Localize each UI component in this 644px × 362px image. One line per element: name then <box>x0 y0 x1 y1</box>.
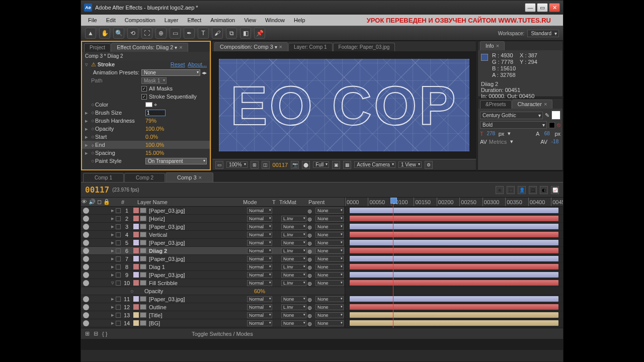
layer-row[interactable]: ▿10Fill ScribbleNormalL.Inv⊚None <box>81 279 345 287</box>
zoom-select[interactable]: 100% <box>226 161 248 168</box>
shy-icon[interactable]: 👤 <box>518 186 526 194</box>
layer-duration-bar[interactable] <box>345 295 563 303</box>
layer-row[interactable]: ▸14[BG]NormalNone⊚None <box>81 319 345 327</box>
paint-style-select[interactable]: On Transparent <box>145 158 207 164</box>
layer-row[interactable]: ▸6Diiag 2NormalL.Inv⊚None <box>81 247 345 255</box>
close-tab-icon[interactable]: × <box>179 44 182 50</box>
roi-icon[interactable]: ▣ <box>332 161 340 169</box>
spacing-value[interactable]: 15.00% <box>145 150 164 156</box>
maximize-button[interactable]: ▭ <box>537 3 548 12</box>
no-color-icon[interactable]: ⦸ <box>557 122 560 128</box>
color-swatch[interactable] <box>145 102 152 107</box>
layer-row[interactable]: ▸3[Paper_03.jpg]NormalNone⊚None <box>81 223 345 231</box>
mode-select[interactable]: Normal <box>247 256 272 262</box>
camera-tool-icon[interactable]: ⛶ <box>141 28 152 39</box>
layer-row[interactable]: ▸4VerticalNormalL.Inv⊚None <box>81 231 345 239</box>
pickwhip-icon[interactable]: ⊚ <box>307 248 314 253</box>
toggle-switches-button[interactable]: Toggle Switches / Modes <box>111 331 333 337</box>
layer-duration-bar[interactable] <box>345 319 563 327</box>
visibility-toggle-icon[interactable] <box>83 232 89 238</box>
layer-row[interactable]: ▸5[Paper_03.jpg]NormalNone⊚None <box>81 239 345 247</box>
tab-comp1[interactable]: Comp 1 <box>83 173 124 182</box>
mode-select[interactable]: Normal <box>247 320 272 326</box>
layer-duration-bar[interactable] <box>345 207 563 215</box>
presets-tab[interactable]: &Presets <box>480 100 512 109</box>
pickwhip-icon[interactable]: ⊚ <box>307 281 314 286</box>
layer-row[interactable]: ▸11[Paper_03.jpg]NormalNone⊚None <box>81 295 345 303</box>
layer-duration-bar[interactable] <box>345 231 563 239</box>
frameblend-icon[interactable]: ◫ <box>529 186 537 194</box>
leading-value[interactable]: 68 <box>541 131 552 136</box>
layer-row[interactable]: ▸9[Paper_03.jpg]NormalNone⊚None <box>81 271 345 279</box>
tab-comp3[interactable]: Comp 3× <box>166 172 213 182</box>
menu-animation[interactable]: Animation <box>206 16 239 24</box>
anim-preset-select[interactable]: None <box>141 69 200 76</box>
zoom-tool-icon[interactable]: 🔍 <box>113 28 124 39</box>
layer-row[interactable]: ▸2[Horiz]NormalL.Inv⊚None <box>81 215 345 223</box>
visibility-toggle-icon[interactable] <box>83 304 89 310</box>
layer-row[interactable]: ▸1[Paper_03.jpg]Normal⊚None <box>81 207 345 215</box>
menu-help[interactable]: Help <box>290 16 309 24</box>
pickwhip-icon[interactable]: ⊚ <box>307 313 314 318</box>
trkmat-select[interactable]: L.Inv <box>281 264 306 270</box>
pickwhip-icon[interactable]: ⊚ <box>307 305 314 310</box>
trkmat-select[interactable]: L.Inv <box>281 304 306 310</box>
viewer-canvas[interactable]: EO COP <box>212 51 476 159</box>
layer-duration-bar[interactable] <box>345 311 563 319</box>
current-time[interactable]: 00117 <box>273 162 288 168</box>
tracking-value[interactable]: -18 <box>549 139 560 144</box>
reset-link[interactable]: Reset <box>171 61 185 67</box>
visibility-toggle-icon[interactable] <box>83 248 89 254</box>
pickwhip-icon[interactable]: ⊚ <box>307 224 314 229</box>
character-tab[interactable]: Character× <box>512 100 553 109</box>
mode-select[interactable]: Normal <box>247 280 272 286</box>
mode-select[interactable]: Normal <box>247 224 272 230</box>
layer-row[interactable]: ▸8Diag 1NormalL.Inv⊚None <box>81 263 345 271</box>
layer-duration-bar[interactable] <box>345 279 563 287</box>
camera-select[interactable]: Active Camera <box>354 161 395 168</box>
time-ruler[interactable]: 0000000500010000150002000025000300003500… <box>345 198 563 207</box>
mode-select[interactable]: Normal <box>247 312 272 318</box>
clone-tool-icon[interactable]: ⧉ <box>226 28 237 39</box>
layer-row[interactable]: ▸12OutlineNormalL.Inv⊚None <box>81 303 345 311</box>
switches-icon[interactable]: ⊟ <box>94 330 98 337</box>
resolution-select[interactable]: Full <box>313 161 329 168</box>
parent-select[interactable]: None <box>315 240 344 246</box>
trkmat-select[interactable]: None <box>281 240 306 246</box>
trkmat-select[interactable]: L.Inv <box>281 232 306 238</box>
selection-tool-icon[interactable]: ▲ <box>85 28 96 39</box>
trkmat-select[interactable]: L.Inv <box>281 248 306 254</box>
layer-row[interactable]: ▸7[Paper_03.jpg]NormalNone⊚None <box>81 255 345 263</box>
eraser-tool-icon[interactable]: ◧ <box>240 28 251 39</box>
about-link[interactable]: About... <box>188 61 207 67</box>
parent-select[interactable]: None <box>315 264 344 270</box>
visibility-toggle-icon[interactable] <box>83 264 89 270</box>
info-tab[interactable]: Info× <box>480 41 505 50</box>
mode-select[interactable]: Normal <box>247 208 272 214</box>
visibility-toggle-icon[interactable] <box>83 216 89 222</box>
pickwhip-icon[interactable]: ⊚ <box>307 256 314 261</box>
trkmat-select[interactable]: None <box>281 272 306 278</box>
eyedropper-icon[interactable]: ⌖ <box>154 102 157 108</box>
menu-composition[interactable]: Composition <box>121 16 159 24</box>
pen-tool-icon[interactable]: ✒ <box>184 28 195 39</box>
pickwhip-icon[interactable]: ⊚ <box>307 273 314 278</box>
pickwhip-icon[interactable]: ⊚ <box>307 216 314 221</box>
parent-select[interactable]: None <box>315 272 344 278</box>
project-tab[interactable]: Project <box>84 43 111 52</box>
graph-icon[interactable]: 📈 <box>551 186 559 194</box>
trkmat-select[interactable]: L.Inv <box>281 280 306 286</box>
trkmat-select[interactable]: L.Inv <box>281 216 306 222</box>
layer-duration-bar[interactable] <box>345 247 563 255</box>
layer-duration-bar[interactable] <box>345 255 563 263</box>
mode-select[interactable]: Normal <box>247 304 272 310</box>
expand-icon[interactable]: ⊞ <box>85 330 90 337</box>
stroke-seq-checkbox[interactable]: ✓ <box>141 94 147 100</box>
pickwhip-icon[interactable]: ⊚ <box>307 208 314 213</box>
fx-name[interactable]: Stroke <box>98 61 115 67</box>
end-value[interactable]: 100.0% <box>145 142 164 148</box>
layer-duration-bar[interactable] <box>345 239 563 247</box>
visibility-toggle-icon[interactable] <box>83 312 89 318</box>
menu-edit[interactable]: Edit <box>102 16 120 24</box>
visibility-toggle-icon[interactable] <box>83 224 89 230</box>
